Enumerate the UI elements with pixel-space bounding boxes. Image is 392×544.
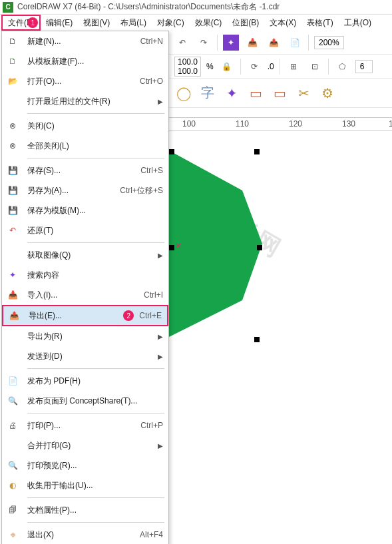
window-title: CorelDRAW X7 (64-Bit) - C:\Users\Adminis…	[17, 1, 280, 13]
save-as-icon: 💾	[6, 184, 19, 197]
menu-new[interactable]: 🗋新建(N)...Ctrl+N	[2, 31, 168, 51]
close-all-icon: ⊗	[6, 139, 19, 152]
menu-save-template[interactable]: 💾保存为模版(M)...	[2, 200, 168, 220]
menu-text[interactable]: 文本(X)	[264, 15, 301, 31]
canvas[interactable]: 件自学网 RJZXW.C ×	[169, 131, 392, 544]
rotation-value[interactable]: .0	[268, 62, 274, 71]
toolbar-row-2: 100.0100.0 % 🔒 ⟳ .0 ⊞ ⊡ ⬠ 6	[169, 55, 392, 79]
zoom-level[interactable]: 200%	[314, 36, 344, 49]
menu-new-template[interactable]: 🗋从模板新建(F)...	[2, 51, 168, 71]
box-icon[interactable]: ▭	[246, 84, 265, 103]
menu-table[interactable]: 表格(T)	[301, 15, 338, 31]
menu-layout[interactable]: 布局(L)	[115, 15, 152, 31]
save-tpl-icon: 💾	[6, 204, 19, 217]
search-content-icon: ✦	[6, 268, 19, 282]
annotation-marker-1: 1	[27, 17, 38, 28]
menu-tools[interactable]: 工具(O)	[339, 15, 377, 31]
shape-circle-icon[interactable]: ◯	[174, 84, 193, 103]
selection-handle[interactable]	[254, 149, 260, 154]
undo-icon[interactable]: ↶	[174, 35, 190, 51]
svg-marker-0	[169, 150, 262, 337]
selection-handle[interactable]	[254, 337, 260, 342]
menu-bitmap[interactable]: 位图(B)	[227, 15, 264, 31]
menu-close-all[interactable]: ⊗全部关闭(L)	[2, 136, 168, 156]
new-doc-icon: 🗋	[6, 35, 19, 48]
lock-icon[interactable]: 🔒	[219, 59, 235, 75]
effect-icon[interactable]: ✦	[222, 84, 241, 103]
menu-open[interactable]: 📂打开(O)...Ctrl+O	[2, 71, 168, 91]
polygon-icon[interactable]: ⬠	[334, 59, 350, 75]
selection-handle[interactable]	[169, 245, 174, 250]
menu-publish-conceptshare[interactable]: 🔍发布页面到 ConceptShare(T)...	[2, 391, 168, 411]
preview-icon: 🔍	[6, 459, 19, 472]
annotation-marker-2: 2	[123, 310, 134, 321]
submenu-arrow-icon: ▶	[158, 98, 163, 105]
box2-icon[interactable]: ▭	[270, 84, 289, 103]
close-doc-icon: ⊗	[6, 119, 19, 133]
menu-view[interactable]: 视图(V)	[78, 15, 115, 31]
text-tool-icon[interactable]: 字	[198, 84, 217, 103]
menu-print[interactable]: 🖨打印(P)...Ctrl+P	[2, 415, 168, 435]
menu-import[interactable]: 📥导入(I)...Ctrl+I	[2, 285, 168, 305]
toolbar-row-1: ↶ ↷ ✦ 📥 📤 📄 200%	[169, 31, 392, 55]
selection-handle[interactable]	[257, 245, 262, 250]
submenu-arrow-icon: ▶	[158, 353, 163, 360]
center-marker-icon: ×	[176, 240, 181, 251]
titlebar: C CorelDRAW X7 (64-Bit) - C:\Users\Admin…	[0, 0, 392, 15]
menu-effect[interactable]: 效果(C)	[190, 15, 228, 31]
percent-label: %	[206, 62, 214, 71]
menu-file[interactable]: 文件(F) 1	[1, 15, 41, 31]
toolbar-area: ↶ ↷ ✦ 📥 📤 📄 200% 100.0100.0 % 🔒 ⟳ .0 ⊞ ⊡…	[169, 31, 392, 108]
menu-doc-properties[interactable]: 🗐文档属性(P)...	[2, 500, 168, 520]
revert-icon: ↶	[6, 224, 19, 237]
align-icon[interactable]: ⊞	[286, 59, 301, 75]
menu-export-as[interactable]: 导出为(R)▶	[2, 326, 168, 346]
menubar: 文件(F) 1 编辑(E) 视图(V) 布局(L) 对象(C) 效果(C) 位图…	[0, 15, 392, 31]
export-icon[interactable]: 📤	[266, 35, 282, 51]
menu-send-to[interactable]: 发送到(D)▶	[2, 346, 168, 366]
menu-export[interactable]: 📤导出(E)...2Ctrl+E	[2, 305, 168, 326]
menu-exit[interactable]: ⎆退出(X)Alt+F4	[2, 525, 168, 544]
menu-recent[interactable]: 打开最近用过的文件(R)▶	[2, 91, 168, 111]
menu-acquire[interactable]: 获取图像(Q)▶	[2, 245, 168, 265]
tool-purple-icon[interactable]: ✦	[223, 35, 239, 51]
export-file-icon: 📤	[7, 309, 21, 322]
menu-edit[interactable]: 编辑(E)	[41, 15, 78, 31]
rotate-icon[interactable]: ⟳	[246, 59, 262, 75]
collect-icon: ◐	[6, 479, 19, 492]
submenu-arrow-icon: ▶	[158, 442, 163, 449]
horizontal-ruler: 100 110 120 130 140	[169, 117, 392, 131]
selected-shape[interactable]	[169, 150, 262, 337]
pdf-publish-icon: 📄	[6, 374, 19, 388]
file-menu-dropdown: 🗋新建(N)...Ctrl+N 🗋从模板新建(F)... 📂打开(O)...Ct…	[1, 31, 169, 544]
folder-open-icon: 📂	[6, 75, 19, 88]
polygon-shape-icon	[169, 150, 262, 337]
menu-close[interactable]: ⊗关闭(C)	[2, 116, 168, 136]
submenu-arrow-icon: ▶	[158, 252, 163, 259]
menu-merge-print[interactable]: 合并打印(G)▶	[2, 435, 168, 455]
menu-collect-output[interactable]: ◐收集用于输出(U)...	[2, 475, 168, 495]
menu-publish-pdf[interactable]: 📄发布为 PDF(H)	[2, 371, 168, 391]
import-file-icon: 📥	[6, 288, 19, 302]
menu-save-as[interactable]: 💾另存为(A)...Ctrl+位移+S	[2, 180, 168, 200]
menu-save[interactable]: 💾保存(S)...Ctrl+S	[2, 160, 168, 180]
dimension-spinner[interactable]: 100.0100.0	[174, 57, 201, 77]
exit-icon: ⎆	[6, 528, 19, 541]
properties-icon: 🗐	[6, 503, 19, 517]
redo-icon[interactable]: ↷	[196, 35, 212, 51]
star-icon[interactable]: ✂	[294, 84, 313, 103]
distribute-icon[interactable]: ⊡	[307, 59, 323, 75]
menu-search[interactable]: ✦搜索内容	[2, 265, 168, 285]
menu-revert[interactable]: ↶还原(T)	[2, 220, 168, 240]
import-icon[interactable]: 📥	[244, 35, 260, 51]
menu-print-preview[interactable]: 🔍打印预览(R)...	[2, 455, 168, 475]
app-logo-icon: C	[3, 2, 13, 13]
star2-icon[interactable]: ⚙	[318, 84, 337, 103]
pdf-icon[interactable]: 📄	[287, 35, 303, 51]
template-icon: 🗋	[6, 55, 19, 68]
sides-value[interactable]: 6	[355, 60, 373, 73]
menu-object[interactable]: 对象(C)	[152, 15, 190, 31]
print-icon: 🖨	[6, 419, 19, 432]
submenu-arrow-icon: ▶	[158, 333, 163, 340]
selection-handle[interactable]	[169, 149, 174, 154]
